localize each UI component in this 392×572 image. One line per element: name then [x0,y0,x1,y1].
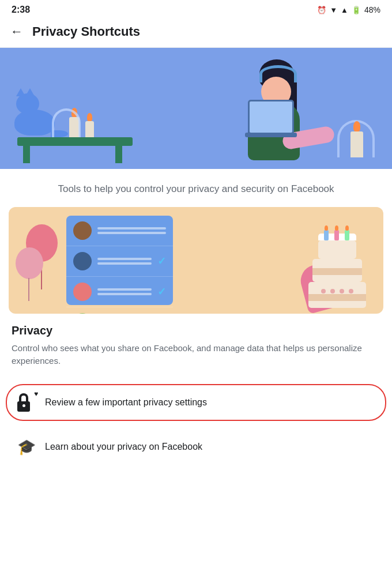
desk-leg-left [23,143,30,163]
desk-leg-right [115,143,122,163]
hero-subtitle-section: Tools to help you control your privacy a… [0,169,392,207]
glass-dome [52,108,81,137]
review-privacy-settings-button[interactable]: ♥ Review a few important privacy setting… [6,384,386,421]
cake-tier-2-stripe [312,268,362,275]
checklist-row-1 [66,216,173,246]
page-title: Privacy Shortcuts [32,24,140,39]
check-lines-2 [97,258,152,265]
lock-keyhole [22,404,25,407]
review-settings-label: Review a few important privacy settings [45,397,207,408]
back-button[interactable]: ← [10,24,23,39]
birthday-cake [306,233,369,308]
avatar-4 [73,313,92,314]
alarm-icon: ⏰ [317,6,326,14]
status-bar: 2:38 ⏰ ▼ ▲ 🔋 48% [0,0,392,18]
signal-icon: ▲ [341,6,348,14]
cake-flame-2 [335,225,338,231]
cat-head [16,93,39,114]
wifi-icon: ▼ [330,6,337,14]
battery-level: 48% [364,5,380,14]
balloon-2 [16,247,43,279]
flame-2 [87,113,92,121]
avatar-3 [73,283,92,301]
graduation-cap-icon: 🎓 [17,438,36,456]
privacy-section: Privacy Control who sees what you share … [0,314,392,384]
flame-right [353,121,360,131]
cake-candle-1 [324,230,329,240]
lock-heart-icon: ♥ [17,393,36,412]
cake-candle-2 [334,230,339,240]
checklist-row-2: ✓ [66,246,173,277]
cat-ear-right [25,88,35,96]
status-time: 2:38 [12,5,30,15]
laptop-base [245,133,297,137]
cake-candle-3 [345,230,349,240]
check-lines-3 [97,288,152,295]
candle-2 [85,121,94,137]
cat-body [14,110,55,136]
status-icons: ⏰ ▼ ▲ 🔋 48% [317,5,380,14]
cat-ear-left [16,88,25,96]
hero-subtitle: Tools to help you control your privacy a… [17,182,375,197]
privacy-illustration: ✓ ✓ [9,207,383,314]
headphones [259,65,297,82]
cake-tier-3 [318,240,356,259]
balloon-2-string [28,278,29,301]
avatar-2 [73,252,92,270]
check-lines-1 [97,227,166,234]
cake-flame-3 [345,225,349,231]
cake-tier-1-stripe [308,294,366,301]
checkmark-2: ✓ [157,285,166,298]
header: ← Privacy Shortcuts [0,18,392,48]
avatar-1 [73,221,92,240]
lock-shackle [19,393,28,401]
candle-right [350,131,363,157]
learn-privacy-label: Learn about your privacy on Facebook [45,442,202,452]
cake-flame-1 [325,225,328,231]
checklist-row-4 [66,307,173,314]
learn-privacy-button[interactable]: 🎓 Learn about your privacy on Facebook [6,429,386,465]
heart-icon: ♥ [34,390,38,398]
hero-illustration [0,48,392,169]
checklist-row-3: ✓ [66,277,173,307]
privacy-title: Privacy [12,324,380,337]
checkmark-1: ✓ [157,255,166,268]
privacy-description: Control who sees what you share on Faceb… [12,342,380,368]
lock-body [17,401,30,412]
battery-icon: 🔋 [352,6,361,14]
laptop-screen [248,100,294,134]
cake-dots [311,289,363,293]
checklist-panel: ✓ ✓ [66,216,173,305]
